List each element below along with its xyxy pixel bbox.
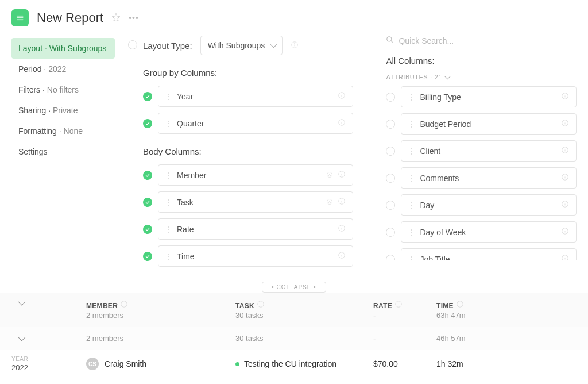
info-icon[interactable] — [291, 41, 299, 51]
drag-handle-icon[interactable]: ⋮ — [408, 93, 415, 101]
column-header-task[interactable]: TASK — [235, 302, 254, 310]
sidebar-item-label: Layout — [18, 44, 42, 53]
column-header-time[interactable]: TIME — [436, 302, 454, 310]
drag-handle-icon[interactable]: ⋮ — [165, 93, 172, 101]
column-header-member[interactable]: MEMBER — [86, 302, 118, 310]
column-sub: 30 tasks — [235, 311, 373, 320]
available-column-row[interactable]: ⋮ Client — [386, 140, 577, 162]
drag-handle-icon[interactable]: ⋮ — [165, 225, 172, 233]
drag-handle-icon[interactable]: ⋮ — [408, 228, 415, 236]
drag-handle-icon[interactable]: ⋮ — [165, 198, 172, 206]
group-by-label: Group by Columns: — [143, 68, 353, 78]
column-name: Client — [420, 147, 556, 156]
radio-icon[interactable] — [386, 147, 395, 156]
sidebar-item-value: 2022 — [48, 64, 66, 74]
star-icon[interactable] — [111, 13, 121, 24]
info-icon[interactable] — [338, 118, 346, 128]
available-column-row[interactable]: ⋮ Billing Type — [386, 86, 577, 107]
info-icon[interactable] — [456, 302, 464, 310]
chevron-down-icon — [444, 73, 451, 79]
group-column-row[interactable]: ⋮ Year — [143, 86, 353, 107]
body-column-row[interactable]: ⋮ Task — [143, 191, 353, 213]
info-icon[interactable] — [561, 92, 569, 102]
radio-icon[interactable] — [386, 228, 395, 237]
body-column-row[interactable]: ⋮ Rate — [143, 218, 353, 240]
available-column-row[interactable]: ⋮ Budget Period — [386, 113, 577, 135]
info-icon[interactable] — [338, 224, 346, 234]
info-icon[interactable] — [338, 197, 346, 207]
sidebar-item-filters[interactable]: Filters · No filters — [11, 79, 115, 100]
svg-point-42 — [121, 301, 127, 308]
info-icon[interactable] — [120, 302, 128, 310]
body-column-row[interactable]: ⋮ Time — [143, 245, 353, 267]
task-name: Testing the CU integration — [244, 359, 336, 368]
info-icon[interactable] — [561, 119, 569, 129]
drag-handle-icon[interactable]: ⋮ — [408, 174, 415, 182]
radio-icon[interactable] — [386, 93, 395, 102]
info-icon[interactable] — [561, 227, 569, 237]
column-name: Rate — [177, 225, 333, 234]
radio-icon[interactable] — [386, 201, 395, 210]
sidebar-item-value: None — [64, 126, 83, 136]
chevron-down-icon[interactable] — [18, 298, 26, 306]
sidebar-item-period[interactable]: Period · 2022 — [11, 59, 115, 79]
table-row[interactable]: YEAR2022 CSCraig Smith Testing the CU in… — [0, 350, 588, 378]
attributes-toggle[interactable]: ATTRIBUTES · 21 — [386, 74, 577, 80]
info-icon[interactable] — [338, 251, 346, 261]
check-icon — [143, 119, 152, 128]
check-icon — [143, 225, 152, 234]
remove-icon[interactable] — [326, 171, 333, 180]
column-search-input[interactable] — [399, 36, 577, 45]
info-icon[interactable] — [394, 302, 403, 310]
table-header: MEMBER 2 members TASK 30 tasks RATE - TI… — [0, 293, 588, 327]
drag-handle-icon[interactable]: ⋮ — [408, 147, 415, 155]
info-icon[interactable] — [561, 173, 569, 183]
collapse-button[interactable]: • COLLAPSE • — [262, 282, 326, 293]
sidebar-item-label: Formatting — [18, 126, 57, 136]
available-column-row[interactable]: ⋮ Comments — [386, 167, 577, 189]
drag-handle-icon[interactable]: ⋮ — [165, 252, 172, 260]
column-header-rate[interactable]: RATE — [373, 302, 392, 310]
sidebar-item-layout[interactable]: Layout · With Subgroups — [11, 38, 115, 59]
chevron-down-icon[interactable] — [18, 334, 26, 341]
remove-icon[interactable] — [326, 198, 333, 207]
drag-handle-icon[interactable]: ⋮ — [165, 171, 172, 179]
info-icon[interactable] — [561, 200, 569, 210]
sidebar-item-formatting[interactable]: Formatting · None — [11, 121, 115, 141]
sidebar-item-sharing[interactable]: Sharing · Private — [11, 100, 115, 121]
info-icon[interactable] — [561, 254, 569, 260]
column-name: Comments — [420, 174, 556, 183]
check-icon — [143, 198, 152, 207]
available-column-row[interactable]: ⋮ Day of Week — [386, 221, 577, 243]
more-icon[interactable]: ••• — [129, 13, 139, 22]
drag-handle-icon[interactable]: ⋮ — [408, 255, 415, 260]
search-icon — [386, 36, 394, 45]
radio-icon[interactable] — [386, 120, 395, 129]
info-icon[interactable] — [338, 170, 346, 180]
info-icon[interactable] — [561, 146, 569, 156]
drag-handle-icon[interactable] — [128, 40, 137, 49]
table-subgroup-row[interactable]: 2 members 30 tasks - 46h 57m — [0, 327, 588, 350]
sidebar-item-label: Sharing — [18, 106, 46, 115]
drag-handle-icon[interactable]: ⋮ — [165, 120, 172, 128]
info-icon[interactable] — [338, 91, 346, 101]
app-icon[interactable] — [11, 9, 29, 26]
available-column-row[interactable]: ⋮ Job Title — [386, 248, 577, 260]
status-dot-icon — [235, 362, 239, 366]
config-sidebar: Layout · With Subgroups Period · 2022 Fi… — [11, 36, 115, 272]
page-title[interactable]: New Report — [37, 10, 103, 25]
divider — [129, 36, 129, 272]
sidebar-item-settings[interactable]: Settings — [11, 141, 115, 162]
sidebar-item-label: Settings — [18, 147, 48, 156]
body-column-row[interactable]: ⋮ Member — [143, 164, 353, 186]
column-name: Day of Week — [420, 228, 556, 237]
drag-handle-icon[interactable]: ⋮ — [408, 201, 415, 209]
radio-icon[interactable] — [386, 255, 395, 260]
group-column-row[interactable]: ⋮ Quarter — [143, 113, 353, 134]
table-row[interactable]: QUARTERQ1 RDRupert Davis Testing the CU … — [0, 378, 588, 384]
layout-type-select[interactable]: With Subgroups — [200, 36, 283, 55]
info-icon[interactable] — [257, 302, 265, 310]
drag-handle-icon[interactable]: ⋮ — [408, 120, 415, 128]
available-column-row[interactable]: ⋮ Day — [386, 194, 577, 216]
radio-icon[interactable] — [386, 174, 395, 183]
